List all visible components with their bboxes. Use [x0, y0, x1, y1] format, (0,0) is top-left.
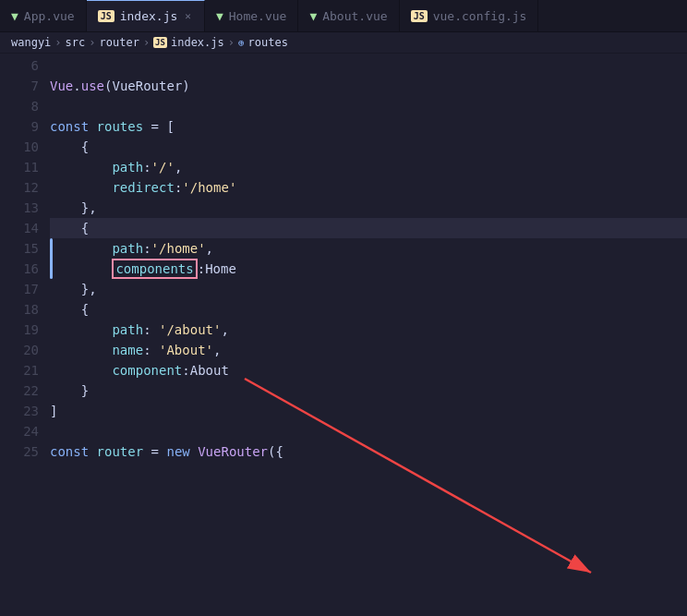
code-token: { [50, 299, 89, 320]
code-line-14: { [50, 218, 687, 238]
code-token: path [112, 238, 143, 259]
code-token: component [112, 360, 182, 380]
code-token [50, 238, 112, 259]
code-token: use [81, 76, 104, 96]
code-token: ] [50, 401, 57, 421]
tab-home-vue[interactable]: ▼ Home.vue [205, 0, 298, 32]
code-token: . [73, 76, 80, 96]
code-line-20: name: 'About', [50, 340, 687, 360]
code-token [50, 259, 112, 279]
code-token: : [143, 320, 159, 340]
code-token: : [198, 259, 205, 279]
tab-label: vue.config.js [433, 9, 527, 23]
code-token: , [175, 157, 182, 177]
js-breadcrumb-icon: JS [153, 37, 167, 48]
line-num-13: 13 [0, 198, 39, 218]
line-num-12: 12 [0, 177, 39, 198]
line-num-16: 16 [0, 259, 39, 279]
code-token: ( [104, 76, 112, 96]
code-token [50, 157, 112, 177]
code-line-24 [50, 421, 687, 441]
breadcrumb-router: router [100, 36, 139, 49]
routes-breadcrumb-icon: ⊕ [238, 37, 245, 49]
code-token: : [143, 340, 159, 360]
code-line-10: { [50, 137, 687, 157]
code-token: '/home' [151, 238, 206, 259]
code-token: path [112, 320, 143, 340]
vue-icon: ▼ [216, 9, 223, 23]
tab-bar: ▼ App.vue JS index.js ✕ ▼ Home.vue ▼ Abo… [0, 0, 687, 32]
code-token: , [221, 320, 228, 340]
code-token: Home [205, 259, 236, 279]
code-token: ) [182, 76, 189, 96]
tab-label: Home.vue [229, 9, 287, 23]
code-token [50, 320, 112, 340]
tab-app-vue[interactable]: ▼ App.vue [0, 0, 87, 32]
line-num-11: 11 [0, 157, 39, 177]
tab-close-button[interactable]: ✕ [183, 9, 193, 23]
tab-index-js[interactable]: JS index.js ✕ [87, 0, 205, 32]
line-num-19: 19 [0, 320, 39, 340]
tab-label: index.js [120, 9, 178, 23]
code-token: About [190, 360, 229, 380]
code-token: } [50, 380, 89, 401]
code-token-boxed: components [112, 259, 197, 279]
code-token [50, 360, 112, 380]
tab-label: App.vue [24, 9, 75, 23]
line-num-14: 14 [0, 218, 39, 238]
code-token: = [ [143, 116, 175, 137]
code-token: : [182, 360, 189, 380]
code-editor: 6 7 8 9 10 11 12 13 14 15 16 17 18 19 20… [0, 54, 687, 613]
code-line-7: Vue.use(VueRouter) [50, 76, 687, 96]
line-num-23: 23 [0, 401, 39, 421]
code-token: Vue [50, 76, 73, 96]
line-num-17: 17 [0, 279, 39, 299]
code-token: VueRouter [112, 76, 182, 96]
code-token: new [166, 441, 198, 462]
line-num-6: 6 [0, 55, 39, 76]
code-token: path [112, 157, 143, 177]
code-token: }, [50, 279, 97, 299]
code-line-9: const routes = [ [50, 116, 687, 137]
code-line-16: components:Home [50, 259, 687, 279]
code-token: const [50, 116, 97, 137]
code-line-11: path:'/', [50, 157, 687, 177]
line-numbers: 6 7 8 9 10 11 12 13 14 15 16 17 18 19 20… [0, 54, 46, 613]
breadcrumb: wangyi › src › router › JS index.js › ⊕ … [0, 32, 687, 54]
line-num-7: 7 [0, 76, 39, 96]
line-num-21: 21 [0, 360, 39, 380]
code-token: }, [50, 198, 97, 218]
code-token: name [112, 340, 143, 360]
code-token: redirect [112, 177, 174, 198]
code-line-8 [50, 96, 687, 116]
code-line-15: path:'/home', [50, 238, 687, 259]
js-icon: JS [98, 10, 114, 22]
line-num-25: 25 [0, 441, 39, 462]
code-line-12: redirect:'/home' [50, 177, 687, 198]
tab-vue-config-js[interactable]: JS vue.config.js [400, 0, 539, 32]
code-token: '/home' [182, 177, 236, 198]
line-num-18: 18 [0, 299, 39, 320]
breadcrumb-indexjs: index.js [171, 36, 224, 49]
breadcrumb-wangyi: wangyi [11, 36, 51, 49]
code-token: , [206, 238, 213, 259]
breadcrumb-sep: › [143, 36, 150, 49]
breadcrumb-routes: routes [248, 36, 288, 49]
breadcrumb-sep: › [54, 36, 61, 49]
line-num-8: 8 [0, 96, 39, 116]
code-token: ({ [268, 441, 283, 462]
code-token: routes [97, 116, 144, 137]
line-num-10: 10 [0, 137, 39, 157]
tab-label: About.vue [322, 9, 387, 23]
js-icon: JS [411, 10, 428, 22]
vue-icon: ▼ [11, 9, 18, 23]
tab-about-vue[interactable]: ▼ About.vue [298, 0, 399, 32]
line-num-15: 15 [0, 238, 39, 259]
code-line-22: } [50, 380, 687, 401]
code-token: : [175, 177, 182, 198]
code-line-6 [50, 55, 687, 76]
code-line-17: }, [50, 279, 687, 299]
code-token: 'About' [159, 340, 213, 360]
code-token: : [143, 238, 151, 259]
code-token: { [50, 218, 89, 238]
